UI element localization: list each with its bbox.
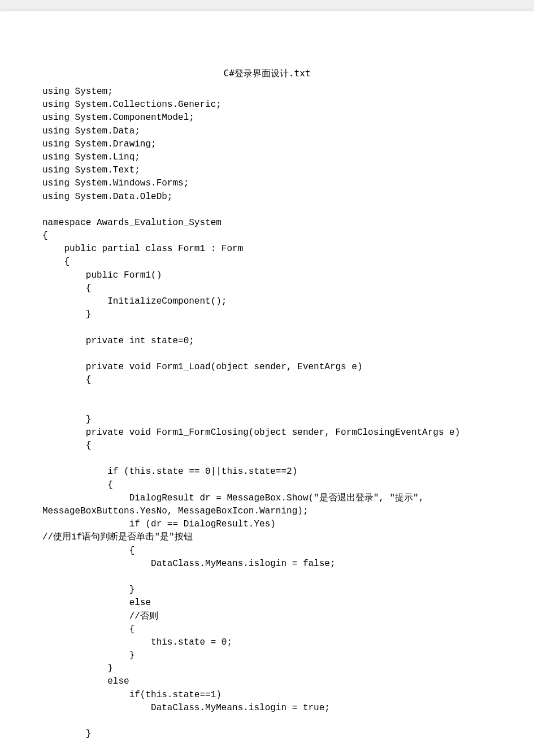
document-title: C#登录界面设计.txt [42,68,492,80]
code-content: using System; using System.Collections.G… [42,85,492,756]
document-page: C#登录界面设计.txt using System; using System.… [0,11,534,756]
